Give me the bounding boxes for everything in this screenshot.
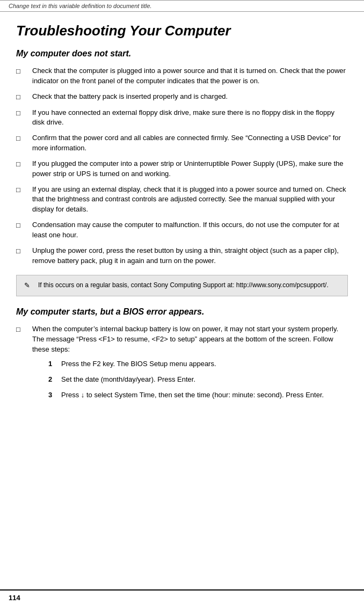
- bullet-text: If you plugged the computer into a power…: [32, 159, 348, 179]
- bullet-icon: □: [16, 246, 28, 257]
- step-number: 3: [48, 390, 61, 400]
- list-item: □ Unplug the power cord, press the reset…: [16, 246, 348, 266]
- bullet-text: Condensation may cause the computer to m…: [32, 220, 348, 240]
- main-title: Troubleshooting Your Computer: [16, 23, 348, 39]
- list-item: 2 Set the date (month/day/year). Press E…: [48, 375, 348, 385]
- list-item: □ Confirm that the power cord and all ca…: [16, 133, 348, 154]
- list-item: □ If you have connected an external flop…: [16, 108, 348, 128]
- list-item: □ If you are using an external display, …: [16, 185, 348, 215]
- bullet-text: Check that the computer is plugged into …: [32, 66, 348, 86]
- bullet-icon: □: [16, 185, 28, 195]
- step-text: Set the date (month/day/year). Press Ent…: [61, 375, 348, 385]
- bullet-icon: □: [16, 159, 28, 170]
- list-item: □ Check that the computer is plugged int…: [16, 66, 348, 86]
- list-item: 1 Press the F2 key. The BIOS Setup menu …: [48, 359, 348, 369]
- section2-intro: When the computer’s internal backup batt…: [32, 324, 348, 405]
- note-box: ✎ If this occurs on a regular basis, con…: [16, 275, 348, 297]
- bullet-icon: □: [16, 221, 28, 231]
- bullet-text: Check that the battery pack is inserted …: [32, 92, 348, 102]
- section1-title: My computer does not start.: [16, 49, 348, 59]
- note-icon: ✎: [24, 281, 34, 291]
- step-number: 1: [48, 359, 61, 369]
- bullet-icon: □: [16, 67, 28, 77]
- bullet-icon: □: [16, 92, 28, 103]
- main-content: Troubleshooting Your Computer My compute…: [0, 23, 364, 446]
- list-item: □ Check that the battery pack is inserte…: [16, 92, 348, 103]
- header-text: Change text in this variable definition …: [9, 3, 152, 9]
- bullet-text: If you are using an external display, ch…: [32, 185, 348, 215]
- step-text: Press ↓ to select System Time, then set …: [61, 390, 348, 400]
- header-bar: Change text in this variable definition …: [0, 0, 364, 12]
- bullet-text: If you have connected an external floppy…: [32, 108, 348, 128]
- list-item: □ Condensation may cause the computer to…: [16, 220, 348, 240]
- list-item: 3 Press ↓ to select System Time, then se…: [48, 390, 348, 400]
- list-item: □ When the computer’s internal backup ba…: [16, 324, 348, 405]
- section2-bullet-list: □ When the computer’s internal backup ba…: [16, 324, 348, 405]
- numbered-steps: 1 Press the F2 key. The BIOS Setup menu …: [48, 359, 348, 400]
- section1-bullet-list: □ Check that the computer is plugged int…: [16, 66, 348, 266]
- section2-title: My computer starts, but a BIOS error app…: [16, 307, 348, 317]
- step-text: Press the F2 key. The BIOS Setup menu ap…: [61, 359, 348, 369]
- bullet-icon: □: [16, 134, 28, 144]
- page-footer: 114: [0, 589, 364, 605]
- step-number: 2: [48, 375, 61, 385]
- note-text: If this occurs on a regular basis, conta…: [38, 281, 340, 290]
- page-number: 114: [9, 594, 20, 602]
- bullet-text: Unplug the power cord, press the reset b…: [32, 246, 348, 266]
- bullet-icon: □: [16, 108, 28, 119]
- bullet-text: Confirm that the power cord and all cabl…: [32, 133, 348, 154]
- list-item: □ If you plugged the computer into a pow…: [16, 159, 348, 179]
- bullet-icon: □: [16, 325, 28, 335]
